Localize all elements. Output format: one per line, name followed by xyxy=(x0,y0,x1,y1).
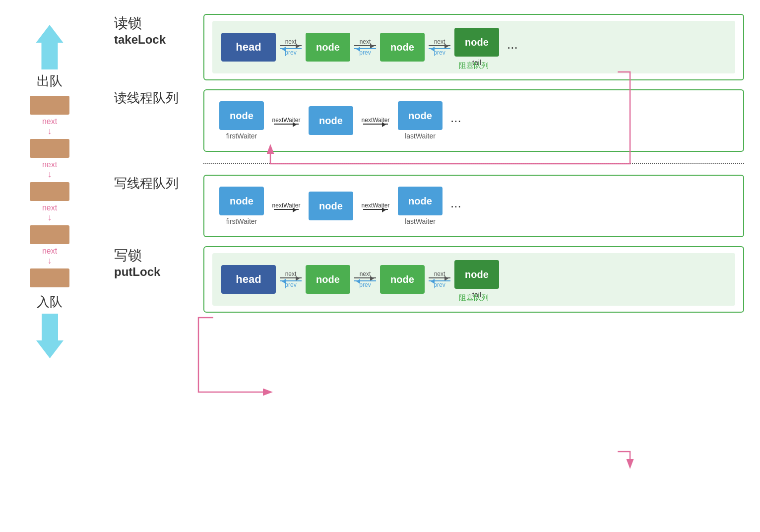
write-arrow-1: nextWaiter xyxy=(264,202,309,210)
takelock-subtitle: takeLock xyxy=(114,33,203,47)
takelock-inner-chain: head next prev node xyxy=(212,21,735,73)
arrow-right-1-bottom xyxy=(280,277,302,278)
node-3-top: node xyxy=(454,28,499,57)
putlock-title: 写锁 xyxy=(114,246,203,265)
node-2-top-wrap: node xyxy=(380,33,425,62)
enqueue-arrow-icon xyxy=(36,314,63,358)
next-label-3: next ↓ xyxy=(42,203,57,223)
putlock-subtitle: putLock xyxy=(114,265,203,279)
read-arrow-1: nextWaiter xyxy=(264,117,309,125)
arrow-right-1-top xyxy=(280,45,302,46)
putlock-outer-box: head next prev node xyxy=(203,246,744,313)
left-queue: 出队 next ↓ next ↓ next ↓ next ↓ 入队 xyxy=(30,25,69,358)
write-queue-outer-box: node firstWaiter nextWaiter node xyxy=(203,175,744,237)
queue-box-2 xyxy=(30,139,69,158)
write-node-1-wrap: node firstWaiter xyxy=(219,187,264,225)
arrow-2-top: next prev xyxy=(350,38,380,56)
arrow-1-bottom: next prev xyxy=(276,270,306,288)
arrow-right-3-bottom xyxy=(429,277,450,278)
node-2-bottom-wrap: node xyxy=(380,265,425,294)
next-label-4: next ↓ xyxy=(42,247,57,266)
read-node-1-wrap: node firstWaiter xyxy=(219,101,264,140)
read-queue-chain: node firstWaiter nextWaiter node xyxy=(212,96,735,145)
arrow-1-top: next prev xyxy=(276,38,306,56)
read-node-3-wrap: node lastWaiter xyxy=(398,101,443,140)
queue-box-1 xyxy=(30,96,69,115)
read-queue-label-area: 读线程队列 xyxy=(114,89,203,107)
putlock-inner-chain: head next prev node xyxy=(212,253,735,306)
read-node-2: node xyxy=(309,106,353,135)
write-node-2: node xyxy=(309,192,353,220)
head-node-wrap-top: head xyxy=(221,33,276,62)
pink-arrow-write-to-putlock xyxy=(198,318,270,392)
write-arrow-2: nextWaiter xyxy=(353,202,398,210)
arrow-left-1-top xyxy=(280,48,302,49)
node-1-top-wrap: node xyxy=(306,33,350,62)
dequeue-label: 出队 xyxy=(37,72,63,90)
putlock-label-area: 写锁 putLock xyxy=(114,246,203,279)
node-1-top: node xyxy=(306,33,350,62)
takelock-title: 读锁 xyxy=(114,14,203,33)
queue-box-5 xyxy=(30,268,69,287)
node-1-bottom-wrap: node xyxy=(306,265,350,294)
putlock-section: 写锁 putLock head next pre xyxy=(114,246,744,313)
write-node-1: node xyxy=(219,187,264,215)
node-3-bottom: node xyxy=(454,260,499,289)
write-node-3-wrap: node lastWaiter xyxy=(398,187,443,225)
write-queue-chain: node firstWaiter nextWaiter node xyxy=(212,182,735,230)
arrow-2-bottom: next prev xyxy=(350,270,380,288)
dots-area-top: ··· xyxy=(503,40,518,55)
first-waiter-label-write: firstWaiter xyxy=(226,217,257,225)
arrow-left-2-bottom xyxy=(354,280,376,281)
node-1-bottom: node xyxy=(306,265,350,294)
write-queue-label-area: 写线程队列 xyxy=(114,175,203,192)
read-node-3: node xyxy=(398,101,443,130)
head-node-bottom: head xyxy=(221,265,276,294)
arrow-3-top: next prev xyxy=(425,38,454,56)
dequeue-arrow-icon xyxy=(36,25,63,69)
pink-arrow-putlock-tail xyxy=(618,452,630,466)
arrow-3-bottom: next prev xyxy=(425,270,454,288)
write-node-3: node xyxy=(398,187,443,215)
arrow-left-3-top xyxy=(429,48,450,49)
head-node-top: head xyxy=(221,33,276,62)
enqueue-label: 入队 xyxy=(37,293,63,311)
arrow-right-2-top xyxy=(354,45,376,46)
next-label-1: next ↓ xyxy=(42,117,57,136)
node-2-bottom: node xyxy=(380,265,425,294)
read-arrow-2: nextWaiter xyxy=(353,117,398,125)
blocking-label-bottom: 阻塞队列 xyxy=(459,293,489,303)
queue-box-3 xyxy=(30,182,69,201)
read-node-1: node xyxy=(219,101,264,130)
next-label-2: next ↓ xyxy=(42,160,57,180)
takelock-section: 读锁 takeLock head next pr xyxy=(114,14,744,80)
node-2-top: node xyxy=(380,33,425,62)
write-queue-section: 写线程队列 node firstWaiter nextWaiter xyxy=(114,175,744,237)
read-queue-section: 读线程队列 node firstWaiter nextWaiter xyxy=(114,89,744,152)
head-node-wrap-bottom: head xyxy=(221,265,276,294)
arrow-right-2-bottom xyxy=(354,277,376,278)
queue-box-4 xyxy=(30,225,69,244)
write-queue-title: 写线程队列 xyxy=(114,175,203,192)
write-node-2-wrap: node xyxy=(309,192,353,220)
arrow-left-1-bottom xyxy=(280,280,302,281)
last-waiter-label-read: lastWaiter xyxy=(405,132,436,140)
takelock-label-area: 读锁 takeLock xyxy=(114,14,203,47)
blocking-label-top: 阻塞队列 xyxy=(459,61,489,70)
main-container: 出队 next ↓ next ↓ next ↓ next ↓ 入队 xyxy=(0,0,760,532)
last-waiter-label-write: lastWaiter xyxy=(405,217,436,225)
dotted-divider xyxy=(203,163,744,164)
read-queue-outer-box: node firstWaiter nextWaiter node xyxy=(203,89,744,152)
arrow-right-3-top xyxy=(429,45,450,46)
first-waiter-label: firstWaiter xyxy=(226,132,257,140)
read-queue-title: 读线程队列 xyxy=(114,89,203,107)
takelock-outer-box: head next prev node xyxy=(203,14,744,80)
read-node-2-wrap: node xyxy=(309,106,353,135)
arrow-left-3-bottom xyxy=(429,280,450,281)
arrow-left-2-top xyxy=(354,48,376,49)
right-area: 读锁 takeLock head next pr xyxy=(114,14,744,322)
